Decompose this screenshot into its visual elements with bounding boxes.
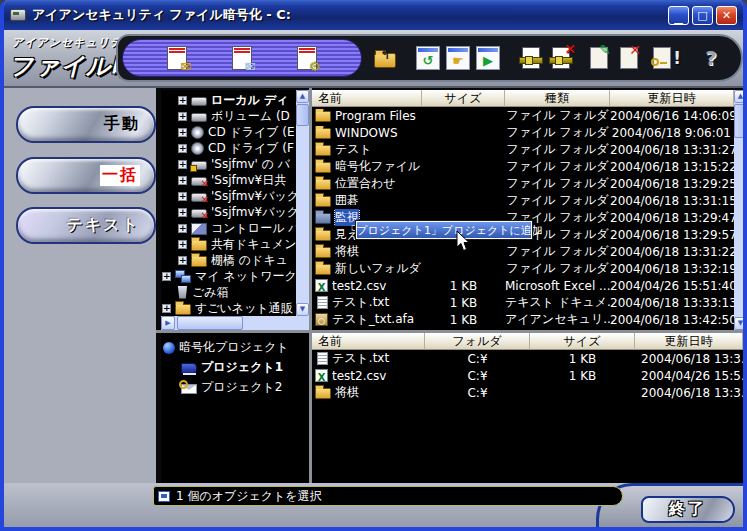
mail-encrypt-icon[interactable]: ✉ bbox=[167, 46, 187, 70]
file-row[interactable]: テストファイル フォルダ2004/06/18 13:31:27 bbox=[312, 141, 734, 158]
text-button[interactable]: テキスト bbox=[16, 207, 156, 244]
column-header[interactable]: 更新日時 bbox=[610, 90, 734, 107]
folder-up-icon[interactable]: ↰ bbox=[372, 45, 398, 71]
select-hand-icon[interactable]: ☛ bbox=[446, 46, 470, 70]
tree-item-label: CD ドライブ (E bbox=[208, 124, 295, 141]
manual-button[interactable]: 手動 bbox=[16, 106, 156, 143]
expand-icon[interactable]: + bbox=[178, 128, 187, 137]
file-row[interactable]: test2.csv1 KBMicrosoft Excel ...2004/04/… bbox=[312, 277, 734, 294]
minimize-button[interactable]: ▁ bbox=[668, 6, 689, 25]
tree-horizontal-scrollbar[interactable]: ◀ ▶ bbox=[161, 316, 309, 330]
tree-item[interactable]: +ローカル ディ bbox=[161, 92, 296, 108]
expand-icon[interactable]: + bbox=[178, 224, 187, 233]
cd-icon bbox=[191, 142, 204, 155]
project-file-row[interactable]: test2.csvC:¥1 KB2004/04/26 15:5... bbox=[312, 367, 743, 384]
tree-item[interactable]: +ごみ箱 bbox=[161, 284, 296, 300]
project-label: 暗号化プロジェクト bbox=[179, 339, 289, 356]
files-vertical-scrollbar[interactable]: ▲ ▼ bbox=[734, 90, 747, 330]
folder-icon bbox=[315, 388, 331, 399]
disk-shared-icon bbox=[191, 161, 207, 170]
scroll-thumb[interactable] bbox=[734, 104, 747, 138]
delete-doc-icon[interactable]: ✕ bbox=[616, 45, 642, 71]
expand-icon[interactable]: + bbox=[178, 112, 187, 121]
expand-icon[interactable]: + bbox=[178, 96, 187, 105]
maximize-button[interactable]: □ bbox=[692, 6, 713, 25]
tree-item[interactable]: +共有ドキュメン bbox=[161, 236, 296, 252]
file-row[interactable]: 位置合わせファイル フォルダ2004/06/18 13:29:25 bbox=[312, 175, 734, 192]
tree-item[interactable]: +ボリューム (D bbox=[161, 108, 296, 124]
file-row[interactable]: 新しいフォルダファイル フォルダ2004/06/18 13:32:19 bbox=[312, 260, 734, 277]
disk-icon bbox=[191, 97, 207, 106]
scroll-up-icon[interactable]: ▲ bbox=[734, 90, 747, 103]
tree-vertical-scrollbar[interactable]: ▲ ▼ bbox=[296, 90, 309, 316]
scroll-right-icon[interactable]: ▶ bbox=[161, 316, 175, 330]
disk-icon bbox=[191, 113, 207, 122]
tree-item[interactable]: +CD ドライブ (F bbox=[161, 140, 296, 156]
expand-icon[interactable]: + bbox=[178, 192, 187, 201]
tree-item[interactable]: +'Ssjfmv¥バック bbox=[161, 204, 296, 220]
toolbar: ↰↺☛▶✕✎✕!? bbox=[372, 39, 724, 77]
tree-item[interactable]: +すごいネット通販 bbox=[161, 300, 296, 316]
folder-icon bbox=[315, 230, 331, 241]
expand-icon[interactable]: + bbox=[162, 272, 171, 281]
tree-item[interactable]: +コントロール パ bbox=[161, 220, 296, 236]
tree-item[interactable]: +棚橋 のドキュ bbox=[161, 252, 296, 268]
column-header[interactable]: サイズ bbox=[422, 90, 505, 107]
scroll-thumb[interactable] bbox=[177, 316, 243, 330]
header: アイアンセキュリティ ファイル暗号化 ✉✉⚙ ↰↺☛▶✕✎✕!? bbox=[4, 30, 743, 88]
column-header[interactable]: 名前 bbox=[312, 333, 425, 350]
title-bar[interactable]: アイアンセキュリティ ファイル暗号化 - C: ▁ □ ✕ bbox=[4, 0, 743, 30]
file-row[interactable]: 暗号化ファイルファイル フォルダ2004/06/18 13:15:22 bbox=[312, 158, 734, 175]
tree-item[interactable]: +マイ ネットワーク bbox=[161, 268, 296, 284]
expand-icon[interactable]: + bbox=[178, 176, 187, 185]
project-tree-item[interactable]: プロジェクト2 bbox=[163, 377, 309, 397]
go-icon[interactable]: ▶ bbox=[476, 46, 500, 70]
edit-doc-icon[interactable]: ✎ bbox=[586, 45, 612, 71]
expand-icon[interactable]: + bbox=[178, 256, 187, 265]
column-header[interactable]: サイズ bbox=[530, 333, 635, 350]
selection-icon bbox=[158, 491, 170, 502]
mail-decrypt-icon[interactable]: ✉ bbox=[232, 46, 252, 70]
folder-icon bbox=[191, 240, 207, 251]
project-tree-item[interactable]: 暗号化プロジェクト bbox=[163, 337, 309, 357]
decrypt-icon[interactable]: ✕ bbox=[548, 45, 574, 71]
file-row[interactable]: テスト.txt1 KBテキスト ドキュメ...2004/06/18 13:33:… bbox=[312, 294, 734, 311]
tree-item-label: ごみ箱 bbox=[192, 284, 229, 301]
project-file-row[interactable]: 将棋C:¥2004/06/18 13:3... bbox=[312, 384, 743, 401]
column-header[interactable]: 種類 bbox=[505, 90, 610, 107]
tree-item[interactable]: +'Ssjfmv' の バ bbox=[161, 156, 296, 172]
doc-settings-icon[interactable]: ⚙ bbox=[297, 46, 317, 70]
key-alert-icon[interactable]: ! bbox=[654, 45, 680, 71]
help-icon[interactable]: ? bbox=[698, 45, 724, 71]
expand-icon[interactable]: + bbox=[178, 240, 187, 249]
column-header[interactable]: 名前 bbox=[312, 90, 422, 107]
file-row[interactable]: WINDOWSファイル フォルダ2004/06/18 9:06:01 bbox=[312, 124, 734, 141]
tree-item[interactable]: +'Ssjfmv¥バック bbox=[161, 188, 296, 204]
column-header[interactable]: フォルダ bbox=[425, 333, 530, 350]
scroll-thumb[interactable] bbox=[296, 104, 309, 126]
project-label: プロジェクト1 bbox=[201, 359, 283, 376]
column-header[interactable]: 更新日時 bbox=[635, 333, 743, 350]
scroll-down-icon[interactable]: ▼ bbox=[296, 303, 309, 316]
tree-item[interactable]: +'Ssjfmv¥日共 bbox=[161, 172, 296, 188]
file-row[interactable]: Program Filesファイル フォルダ2004/06/16 14:06:0… bbox=[312, 107, 734, 124]
file-row[interactable]: テスト_txt.afa1 KBアイアンセキュリ...2004/06/18 13:… bbox=[312, 311, 734, 328]
exit-button[interactable]: 終了 bbox=[641, 496, 735, 523]
tree-item-label: ローカル ディ bbox=[211, 92, 289, 109]
scroll-up-icon[interactable]: ▲ bbox=[296, 90, 309, 103]
close-button[interactable]: ✕ bbox=[716, 6, 737, 25]
batch-button[interactable]: 一括 bbox=[16, 157, 156, 194]
expand-icon[interactable]: + bbox=[178, 160, 187, 169]
file-row[interactable]: 囲碁ファイル フォルダ2004/06/18 13:31:15 bbox=[312, 192, 734, 209]
expand-icon[interactable]: + bbox=[178, 144, 187, 153]
project-file-row[interactable]: テスト.txtC:¥1 KB2004/06/18 13:3... bbox=[312, 350, 743, 367]
expand-icon[interactable]: + bbox=[178, 208, 187, 217]
scroll-down-icon[interactable]: ▼ bbox=[734, 317, 747, 330]
encrypt-icon[interactable] bbox=[518, 45, 544, 71]
refresh-icon[interactable]: ↺ bbox=[416, 46, 440, 70]
folder-icon bbox=[315, 111, 331, 122]
tree-item[interactable]: +CD ドライブ (E bbox=[161, 124, 296, 140]
project-tree-item[interactable]: プロジェクト1 bbox=[163, 357, 309, 377]
file-row[interactable]: 将棋ファイル フォルダ2004/06/18 13:31:22 bbox=[312, 243, 734, 260]
expand-icon[interactable]: + bbox=[162, 304, 171, 313]
